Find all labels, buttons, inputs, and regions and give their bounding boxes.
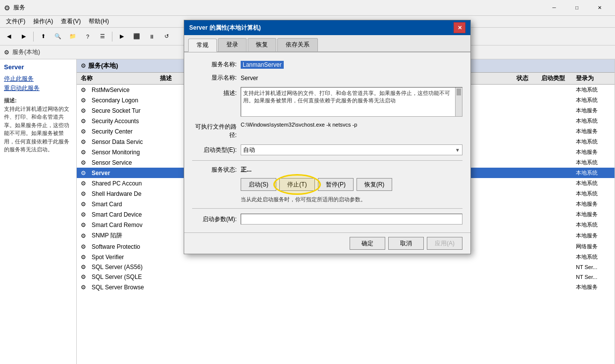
service-login: 本地系统: [576, 253, 611, 261]
minimize-button[interactable]: ─: [543, 0, 565, 16]
toolbar-views[interactable]: ☰: [96, 30, 109, 44]
col-startup-header: 启动类型: [541, 74, 576, 83]
desc-text: 支持此计算机通过网络的文件、打印、和命名管道共享。如果服务停止，这些功能不可用。…: [4, 106, 69, 153]
toolbar-stop[interactable]: ⬛: [130, 30, 144, 44]
dialog-tab-recovery[interactable]: 恢复: [248, 38, 276, 51]
service-login: 本地服务: [576, 232, 611, 239]
dialog-title-bar: Server 的属性(本地计算机) ✕: [184, 20, 470, 35]
stop-button[interactable]: 停止(T): [279, 178, 315, 191]
header-title: 服务(本地): [88, 61, 118, 70]
desc-label: 描述:: [192, 89, 237, 97]
toolbar-back[interactable]: ◀: [2, 30, 16, 44]
service-icon: ⚙: [81, 222, 88, 228]
service-login: 本地系统: [576, 86, 611, 93]
toolbar-search[interactable]: 🔍: [51, 30, 65, 44]
app-title: 服务: [13, 3, 543, 12]
left-panel: Server 停止此服务 重启动此服务 描述: 支持此计算机通过网络的文件、打印…: [0, 59, 77, 364]
status-label: 服务状态:: [192, 166, 237, 174]
action-buttons-row: 启动(S) 停止(T) 暂停(P) 恢复(R): [241, 178, 462, 191]
service-icon: ⚙: [81, 128, 88, 135]
service-login: 网络服务: [576, 243, 611, 250]
cancel-button[interactable]: 取消: [388, 237, 424, 250]
title-bar: ⚙ 服务 ─ □ ✕: [0, 0, 615, 16]
startup-type-select[interactable]: 自动 ▼: [241, 144, 462, 155]
col-login-header: 登录为: [576, 74, 611, 83]
stop-button-wrapper: 停止(T): [279, 178, 315, 191]
dialog-tab-general[interactable]: 常规: [188, 39, 217, 52]
menu-file[interactable]: 文件(F): [2, 16, 29, 27]
service-icon: ⚙: [81, 190, 88, 197]
toolbar-start[interactable]: ▶: [115, 30, 129, 44]
restore-button[interactable]: □: [565, 0, 588, 16]
exe-label: 可执行文件的路径:: [192, 123, 237, 139]
dialog-tab-login[interactable]: 登录: [218, 38, 247, 51]
service-login: 本地系统: [576, 159, 611, 166]
service-login: 本地系统: [576, 190, 611, 197]
menu-action[interactable]: 操作(A): [29, 16, 57, 27]
app-icon: ⚙: [4, 4, 10, 12]
pause-button[interactable]: 暂停(P): [318, 178, 354, 191]
left-panel-title: Server: [4, 63, 72, 71]
desc-textarea: 支持此计算机通过网络的文件、打印、和命名管道共享。如果服务停止，这些功能不可用。…: [241, 87, 462, 117]
menu-view[interactable]: 查看(V): [57, 16, 85, 27]
startup-type-value: 自动: [243, 146, 255, 154]
service-login: 本地系统: [576, 117, 611, 125]
service-item[interactable]: ⚙ SQL Server (SQLE NT Ser...: [77, 272, 615, 282]
toolbar-restart[interactable]: ↺: [159, 30, 173, 44]
dialog-tab-dependencies[interactable]: 依存关系: [277, 38, 318, 51]
service-icon: ⚙: [81, 97, 88, 104]
divider1: [192, 160, 462, 161]
display-name-value: Server: [241, 75, 462, 82]
dialog-close-button[interactable]: ✕: [454, 22, 465, 33]
service-login: 本地系统: [576, 180, 611, 187]
restart-service-link[interactable]: 重启动此服务: [4, 84, 72, 92]
toolbar-up[interactable]: ⬆: [36, 30, 50, 44]
service-icon: ⚙: [81, 232, 88, 239]
toolbar-sep1: [33, 32, 34, 42]
service-icon: ⚙: [81, 159, 88, 166]
resume-button[interactable]: 恢复(R): [357, 178, 392, 191]
close-button[interactable]: ✕: [588, 0, 611, 16]
dialog-content: 服务名称: LanmanServer 显示名称: Server 描述: 支持此计…: [184, 52, 470, 232]
menu-help[interactable]: 帮助(H): [85, 16, 113, 27]
service-icon: ⚙: [81, 273, 88, 280]
desc-scrollbar[interactable]: [455, 88, 462, 116]
service-item[interactable]: ⚙ SQL Server (AS56) NT Ser...: [77, 262, 615, 272]
toolbar-forward[interactable]: ▶: [17, 30, 31, 44]
toolbar-help[interactable]: ?: [81, 30, 95, 44]
properties-dialog: Server 的属性(本地计算机) ✕ 常规 登录 恢复 依存关系 服务名称: …: [184, 20, 471, 254]
service-login: 本地系统: [576, 169, 611, 177]
service-login: 本地服务: [576, 128, 611, 135]
col-status-header: 状态: [516, 74, 541, 83]
param-label: 启动参数(M):: [192, 215, 237, 224]
stop-service-link[interactable]: 停止此服务: [4, 75, 72, 83]
service-login: 本地服务: [576, 283, 611, 291]
param-input[interactable]: [241, 214, 462, 225]
service-name: Spot Verifier: [92, 254, 573, 261]
start-button[interactable]: 启动(S): [241, 178, 276, 191]
service-icon: ⚙: [81, 180, 88, 187]
service-icon: ⚙: [81, 149, 88, 156]
ok-button[interactable]: 确定: [350, 237, 385, 250]
service-login: 本地服务: [576, 148, 611, 156]
toolbar-pause[interactable]: ⏸: [145, 30, 158, 44]
startup-type-row: 启动类型(E): 自动 ▼: [192, 144, 462, 155]
status-value: 正...: [241, 166, 252, 174]
service-icon: ⚙: [81, 211, 88, 218]
service-login: 本地服务: [576, 211, 611, 218]
exe-value: C:\Windows\system32\svchost.exe -k netsv…: [241, 122, 462, 128]
apply-button[interactable]: 应用(A): [427, 237, 462, 250]
service-icon: ⚙: [81, 243, 88, 250]
service-login: 本地系统: [576, 221, 611, 228]
header-icon: ⚙: [81, 62, 86, 69]
service-icon: ⚙: [81, 254, 88, 261]
service-login: 本地系统: [576, 96, 611, 104]
startup-param-row: 启动参数(M):: [192, 214, 462, 225]
display-name-label: 显示名称:: [192, 74, 237, 82]
toolbar-folder[interactable]: 📁: [66, 30, 80, 44]
service-item[interactable]: ⚙ SQL Server Browse 本地服务: [77, 282, 615, 292]
service-login: 本地系统: [576, 138, 611, 145]
dialog-tabs: 常规 登录 恢复 依存关系: [184, 35, 470, 52]
service-login: NT Ser...: [576, 264, 611, 270]
service-icon: ⚙: [81, 284, 88, 291]
